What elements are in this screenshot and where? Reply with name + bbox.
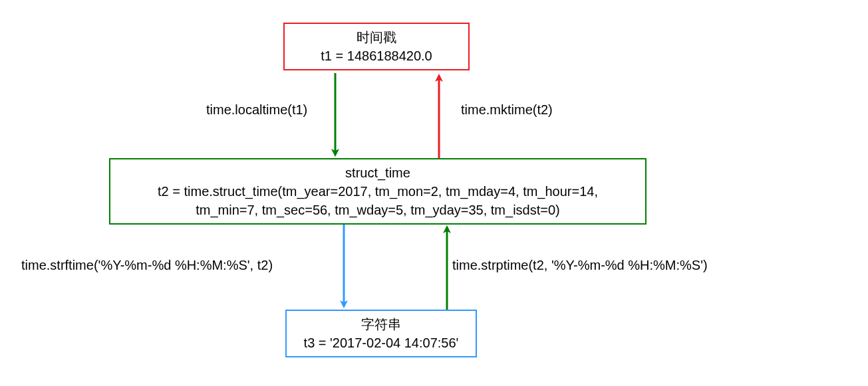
strftime-label: time.strftime('%Y-%m-%d %H:%M:%S', t2) (21, 258, 273, 273)
mktime-label: time.mktime(t2) (461, 102, 553, 118)
timestamp-title: 时间戳 (291, 28, 462, 47)
string-title: 字符串 (293, 315, 469, 334)
string-box: 字符串 t3 = '2017-02-04 14:07:56' (285, 310, 477, 357)
timestamp-box: 时间戳 t1 = 1486188420.0 (283, 23, 470, 70)
struct-time-box: struct_time t2 = time.struct_time(tm_yea… (109, 158, 647, 225)
strptime-label: time.strptime(t2, '%Y-%m-%d %H:%M:%S') (452, 258, 708, 273)
timestamp-value: t1 = 1486188420.0 (291, 47, 462, 65)
string-value: t3 = '2017-02-04 14:07:56' (293, 334, 469, 352)
struct-time-title: struct_time (117, 163, 639, 182)
struct-time-value: t2 = time.struct_time(tm_year=2017, tm_m… (117, 182, 639, 219)
localtime-label: time.localtime(t1) (206, 102, 307, 118)
